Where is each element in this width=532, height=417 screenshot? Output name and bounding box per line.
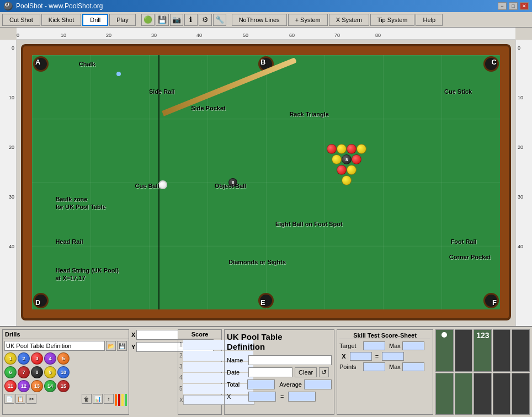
thumb-order[interactable]: 123 Order	[474, 329, 492, 372]
ctrl-btn-2[interactable]: 📋	[15, 394, 25, 404]
table-area[interactable]: 0 10 20 30 40 50 60 70 80 0 10 20 30 40 …	[0, 28, 532, 326]
avg-input[interactable]	[304, 379, 332, 389]
rack-ball	[352, 154, 361, 164]
thumb-jumpshot[interactable]: JumpShot	[493, 329, 511, 372]
cue-ball	[158, 180, 167, 189]
drill-save-button[interactable]: 💾	[117, 341, 127, 351]
x-system-button[interactable]: X System	[329, 14, 369, 26]
ball-btn-6[interactable]: 6	[4, 366, 17, 378]
ball-btn-15[interactable]: 15	[57, 380, 70, 392]
ball-btn-7[interactable]: 7	[18, 366, 30, 378]
kick-shot-button[interactable]: Kick Shot	[41, 14, 81, 26]
toolbar-icon-2[interactable]: 💾	[156, 14, 169, 26]
annotation-side-pocket: Side Pocket	[191, 105, 225, 111]
total-input[interactable]	[247, 379, 275, 389]
skill-result-input[interactable]	[382, 352, 404, 361]
ball-btn-4[interactable]: 4	[44, 352, 56, 365]
maximize-button[interactable]: □	[509, 2, 518, 10]
toolbar-icon-6[interactable]: 🔧	[213, 14, 226, 26]
help-button[interactable]: Help	[416, 14, 443, 26]
score-row-3: 3	[178, 361, 221, 372]
ball-btn-13[interactable]: 13	[31, 380, 43, 392]
color-swatch-yellow[interactable]	[121, 394, 124, 406]
toolbar-icon-4[interactable]: ℹ	[184, 14, 198, 26]
color-swatch-orange[interactable]	[115, 394, 117, 406]
no-throw-button[interactable]: NoThrow Lines	[232, 14, 287, 26]
annotation-corner-pocket: Corner Pocket	[449, 254, 491, 260]
rack-ball	[332, 154, 342, 164]
thumb-combo[interactable]: Combo	[455, 373, 473, 415]
toolbar-icon-3[interactable]: 📷	[170, 14, 183, 26]
ctrl-btn-6[interactable]: ↑	[104, 394, 114, 404]
ball-btn-3[interactable]: 3	[31, 352, 43, 365]
thumb-cbinhand[interactable]: CBinHand	[435, 329, 454, 372]
pool-table[interactable]: A B C D E F 8	[21, 44, 511, 320]
thumb-scratch[interactable]: Scratch	[455, 329, 473, 372]
ball-btn-12[interactable]: 12	[18, 380, 30, 392]
drill-button[interactable]: Drill	[82, 14, 108, 26]
tip-system-button[interactable]: Tip System	[370, 14, 415, 26]
thumb-kickshot[interactable]: KickShot	[435, 373, 454, 415]
bottom-controls-row: 📄 📋 ✂ 🗑 📊 ↑	[4, 394, 127, 406]
date-input[interactable]	[248, 367, 292, 377]
toolbar-icon-5[interactable]: ⚙	[199, 14, 212, 26]
ball-btn-1[interactable]: 1	[4, 352, 17, 365]
x-calc-input[interactable]	[248, 392, 276, 402]
ctrl-btn-4[interactable]: 🗑	[82, 394, 92, 404]
pocket-label-a: A	[35, 58, 40, 66]
ctrl-btn-1[interactable]: 📄	[4, 394, 14, 404]
thumb-carom[interactable]: Carom	[493, 373, 511, 415]
annotation-cue-stick: Cue Stick	[444, 88, 472, 95]
plus-system-button[interactable]: + System	[288, 14, 328, 26]
ball-btn-9[interactable]: 9	[44, 366, 56, 378]
avg-label: Average	[279, 381, 302, 388]
ctrl-btn-5[interactable]: 📊	[93, 394, 103, 404]
minimize-button[interactable]: −	[498, 2, 507, 10]
skill-title: Skill Test Score-Sheet	[339, 332, 430, 339]
thumb-ball	[441, 332, 447, 338]
ball-btn-2[interactable]: 2	[18, 352, 30, 365]
thumb-kiss[interactable]: Kiss	[474, 373, 492, 415]
score-row-2: 2	[178, 350, 221, 361]
total-label: Total	[227, 381, 245, 388]
skill-target-input[interactable]	[363, 341, 385, 350]
skill-max-input[interactable]	[402, 341, 424, 350]
window-title: PoolShot - www.PoolShot.org	[16, 2, 103, 10]
refresh-button[interactable]: ↺	[319, 367, 329, 377]
table-felt[interactable]: A B C D E F 8	[32, 55, 500, 309]
pocket-label-d: D	[35, 298, 40, 307]
close-button[interactable]: ✕	[520, 2, 529, 10]
ruler-mark-40: 40	[9, 244, 14, 249]
ball-btn-11[interactable]: 11	[4, 380, 17, 392]
ball-btn-8[interactable]: 8	[31, 366, 43, 378]
annotation-eight-ball: Eight Ball on Foot Spot	[275, 221, 343, 227]
skill-x-input[interactable]	[350, 352, 372, 361]
color-swatch-red[interactable]	[118, 394, 120, 406]
ruler-mark-10: 10	[9, 95, 14, 100]
ball-btn-5[interactable]: 5	[57, 352, 70, 365]
ctrl-btn-3[interactable]: ✂	[26, 394, 36, 404]
thumb-hitrail[interactable]: HitRail	[512, 373, 530, 415]
skill-pts-max-label: Max	[389, 363, 401, 370]
drill-open-button[interactable]: 📂	[106, 341, 116, 351]
ball-btn-14[interactable]: 14	[44, 380, 56, 392]
toolbar: Cut Shot Kick Shot Drill Play 🟢 💾 📷 ℹ ⚙ …	[0, 12, 532, 28]
ruler-mark: 70	[334, 33, 340, 38]
skill-pts-max-input[interactable]	[402, 362, 424, 371]
rack-ball	[347, 144, 357, 154]
name-input[interactable]	[248, 355, 332, 365]
app-icon: 🎱	[3, 2, 13, 10]
thumb-bankshot[interactable]: BankShot	[512, 329, 530, 372]
rack-ball	[347, 165, 357, 175]
clear-button[interactable]: Clear	[295, 367, 317, 377]
eq-input[interactable]	[288, 392, 316, 402]
title-bar: 🎱 PoolShot - www.PoolShot.org − □ ✕	[0, 0, 532, 12]
drill-name-input[interactable]	[4, 341, 105, 351]
play-button[interactable]: Play	[109, 14, 135, 26]
color-swatch-green[interactable]	[125, 394, 127, 406]
skill-pts-input[interactable]	[363, 362, 385, 371]
thumb-bg	[493, 330, 510, 371]
cut-shot-button[interactable]: Cut Shot	[2, 14, 40, 26]
toolbar-icon-1[interactable]: 🟢	[141, 14, 155, 26]
ball-btn-10[interactable]: 10	[57, 366, 70, 378]
